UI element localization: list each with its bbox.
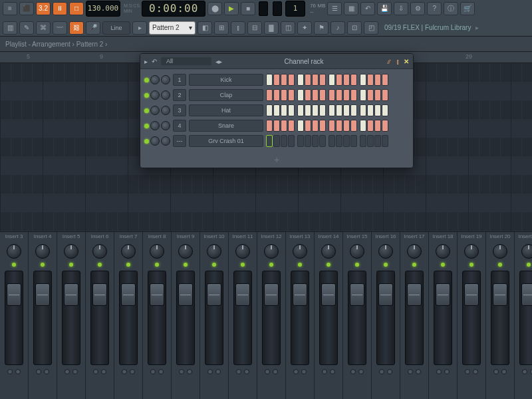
step-cell[interactable] (288, 74, 295, 86)
mixer-pan-knob[interactable] (407, 244, 422, 259)
mixer-pan-knob[interactable] (350, 244, 364, 259)
step-cell[interactable] (336, 104, 342, 116)
mixer-strip[interactable]: Insert 11 (229, 232, 257, 399)
shop-icon[interactable]: 🛒 (460, 2, 475, 15)
view-piano-icon[interactable]: ▦ (344, 2, 358, 15)
mixer-strip[interactable]: Insert 19 (458, 232, 486, 399)
mixer-solo-dot[interactable] (444, 369, 450, 374)
tool-piano-icon[interactable]: ▥ (3, 21, 17, 35)
mixer-mute-dot[interactable] (65, 369, 70, 374)
info-icon[interactable]: ⓘ (444, 2, 458, 15)
step-cell[interactable] (350, 135, 357, 147)
mixer-led[interactable] (298, 263, 302, 267)
step-cell[interactable] (305, 104, 311, 116)
step-cell[interactable] (281, 74, 287, 86)
step-cell[interactable] (367, 89, 374, 101)
step-cell[interactable] (367, 120, 374, 132)
tool-8-icon[interactable]: ⚑ (314, 21, 329, 35)
step-cell[interactable] (273, 89, 280, 101)
mixer-led[interactable] (355, 263, 359, 267)
step-cell[interactable] (382, 89, 388, 101)
channel-vol-knob[interactable] (161, 90, 170, 100)
mixer-mute-dot[interactable] (322, 369, 327, 374)
step-cell[interactable] (350, 89, 357, 101)
add-channel-button[interactable]: + (140, 152, 413, 168)
mixer-strip[interactable]: Insert 10 (200, 232, 229, 399)
metronome-3-2-icon[interactable]: 3.2 (36, 2, 51, 15)
tool-4-icon[interactable]: ⊟ (247, 21, 262, 35)
channel-pan-knob[interactable] (150, 121, 160, 130)
channel-pan-knob[interactable] (150, 106, 160, 115)
step-cell[interactable] (305, 89, 311, 101)
step-cell[interactable] (360, 89, 366, 101)
stop-button[interactable]: ■ (241, 2, 255, 15)
mixer-led[interactable] (126, 263, 130, 267)
step-cell[interactable] (297, 120, 304, 132)
save-icon[interactable]: 💾 (377, 2, 392, 15)
step-cell[interactable] (382, 104, 388, 116)
tool-1-icon[interactable]: ◧ (198, 21, 212, 35)
step-cell[interactable] (281, 120, 287, 132)
step-cell[interactable] (350, 74, 357, 86)
step-cell[interactable] (336, 74, 342, 86)
mixer-led[interactable] (412, 263, 416, 267)
step-cell[interactable] (281, 104, 287, 116)
mixer-fader[interactable] (150, 283, 164, 306)
step-cell[interactable] (367, 104, 374, 116)
mixer-strip[interactable]: Insert 12 (257, 232, 286, 399)
step-cell[interactable] (288, 89, 295, 101)
step-cell[interactable] (343, 120, 350, 132)
mixer-strip[interactable]: Insert 20 (486, 232, 515, 399)
step-cell[interactable] (343, 74, 350, 86)
mixer-led[interactable] (241, 263, 245, 267)
step-cell[interactable] (319, 120, 326, 132)
step-cell[interactable] (297, 89, 304, 101)
channel-name-button[interactable]: Grv Crash 01 (189, 135, 263, 147)
mixer-mute-dot[interactable] (207, 369, 213, 374)
step-cell[interactable] (273, 135, 280, 147)
mixer-pan-knob[interactable] (207, 244, 221, 259)
help-icon[interactable]: ? (427, 2, 442, 15)
mixer-fader[interactable] (121, 283, 136, 306)
tool-mixer-icon[interactable]: ▓ (264, 21, 279, 35)
mixer-solo-dot[interactable] (187, 369, 192, 374)
tempo-display[interactable]: 130.000 (86, 1, 120, 17)
mixer-solo-dot[interactable] (158, 369, 164, 374)
countdown-icon[interactable]: □ (69, 2, 84, 15)
mixer-strip[interactable]: Insert 13 (286, 232, 315, 399)
tool-link-icon[interactable]: ⛓ (69, 21, 84, 35)
step-cell[interactable] (374, 120, 381, 132)
step-cell[interactable] (319, 74, 326, 86)
mixer-mute-dot[interactable] (236, 369, 241, 374)
mixer-pan-knob[interactable] (178, 244, 193, 259)
mixer-mute-dot[interactable] (293, 369, 299, 374)
step-cell[interactable] (266, 89, 273, 101)
mixer-mute-dot[interactable] (179, 369, 184, 374)
mixer-solo-dot[interactable] (101, 369, 106, 374)
mixer-solo-dot[interactable] (215, 369, 221, 374)
step-cell[interactable] (343, 104, 350, 116)
channel-vol-knob[interactable] (161, 121, 170, 130)
menu-icon[interactable]: ≡ (3, 2, 17, 15)
tool-7-icon[interactable]: ✦ (297, 21, 312, 35)
tool-mic-icon[interactable]: 🎤 (86, 21, 100, 35)
mixer-led[interactable] (527, 263, 531, 267)
mixer-led[interactable] (384, 263, 388, 267)
mixer-led[interactable] (69, 263, 73, 267)
step-cell[interactable] (273, 120, 280, 132)
mixer-led[interactable] (12, 263, 16, 267)
channel-number[interactable]: 4 (173, 120, 186, 132)
tool-2-icon[interactable]: ⊞ (214, 21, 229, 35)
step-cell[interactable] (281, 89, 287, 101)
mixer-solo-dot[interactable] (387, 369, 392, 374)
step-cell[interactable] (312, 74, 319, 86)
step-cell[interactable] (367, 74, 374, 86)
play-button[interactable]: ▶ (224, 2, 239, 15)
channel-led[interactable] (144, 93, 149, 98)
step-cell[interactable] (312, 104, 319, 116)
mixer-mute-dot[interactable] (93, 369, 98, 374)
mixer-fader[interactable] (493, 283, 507, 306)
mixer-mute-dot[interactable] (150, 369, 156, 374)
mixer-strip[interactable]: Insert 8 (143, 232, 172, 399)
cr-menu-icon[interactable]: ▸ (144, 58, 148, 65)
